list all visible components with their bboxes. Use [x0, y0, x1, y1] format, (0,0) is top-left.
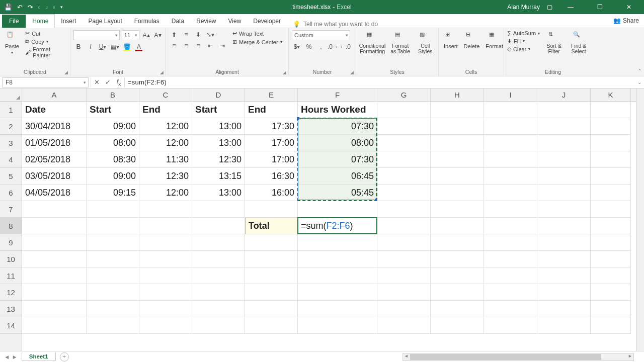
col-header-J[interactable]: J	[537, 88, 591, 101]
cell[interactable]	[87, 201, 139, 218]
cell[interactable]: Total	[245, 218, 298, 234]
cell[interactable]: Date	[22, 102, 87, 118]
cell[interactable]	[431, 234, 484, 251]
cell[interactable]	[537, 168, 591, 185]
delete-cells-button[interactable]: ⊟Delete	[462, 30, 482, 50]
sheet-nav-prev-icon[interactable]: ◄	[4, 354, 10, 360]
file-tab[interactable]: File	[2, 15, 26, 28]
cell[interactable]	[537, 301, 591, 317]
cell[interactable]: End	[139, 102, 192, 118]
cell[interactable]	[377, 185, 431, 201]
cell[interactable]	[192, 267, 245, 284]
cell[interactable]	[87, 284, 139, 301]
cell[interactable]: 13:15	[192, 168, 245, 185]
cell[interactable]	[192, 251, 245, 267]
cut-button[interactable]: ✂Cut	[25, 30, 67, 37]
cell[interactable]	[537, 234, 591, 251]
tell-me-search[interactable]: 💡 Tell me what you want to do	[293, 21, 378, 28]
cell[interactable]	[537, 218, 591, 234]
cell[interactable]: 07:30	[298, 151, 377, 168]
cell[interactable]	[139, 317, 192, 334]
cell[interactable]	[377, 118, 431, 135]
italic-button[interactable]: I	[86, 42, 96, 51]
cell[interactable]: 12:00	[139, 118, 192, 135]
align-left-button[interactable]: ≡	[169, 41, 179, 50]
decrease-decimal-button[interactable]: ←.0	[340, 42, 350, 51]
bold-button[interactable]: B	[73, 42, 84, 51]
cell[interactable]	[537, 185, 591, 201]
align-right-button[interactable]: ≡	[193, 41, 203, 50]
cancel-formula-button[interactable]: ✕	[91, 78, 102, 86]
increase-indent-button[interactable]: ⇥	[217, 41, 227, 50]
cell[interactable]	[484, 201, 537, 218]
merge-center-button[interactable]: ⊞Merge & Center▾	[232, 39, 282, 45]
cell[interactable]	[431, 102, 484, 118]
qat-icon[interactable]: ▫	[38, 4, 41, 11]
cell[interactable]: Hours Worked	[298, 102, 377, 118]
cell[interactable]	[431, 168, 484, 185]
row-header-4[interactable]: 4	[0, 151, 22, 168]
cell[interactable]	[22, 284, 87, 301]
share-button[interactable]: 👥 Share	[613, 17, 639, 24]
cell[interactable]	[87, 251, 139, 267]
cell[interactable]	[377, 284, 431, 301]
col-header-C[interactable]: C	[139, 88, 192, 101]
cell[interactable]: 11:30	[139, 151, 192, 168]
row-headers[interactable]: 1234567891011121314	[0, 102, 22, 351]
cell[interactable]	[537, 267, 591, 284]
cell[interactable]: 13:00	[192, 135, 245, 151]
cell[interactable]: 17:00	[245, 151, 298, 168]
cell[interactable]	[377, 267, 431, 284]
cell[interactable]	[139, 234, 192, 251]
row-header-9[interactable]: 9	[0, 234, 22, 251]
cell[interactable]	[245, 317, 298, 334]
cell[interactable]	[22, 267, 87, 284]
expand-formula-bar-button[interactable]: ⌄	[635, 79, 644, 85]
cell[interactable]	[484, 234, 537, 251]
qat-icon[interactable]: ▫	[53, 4, 55, 11]
cell[interactable]	[431, 218, 484, 234]
cell[interactable]	[377, 301, 431, 317]
col-header-F[interactable]: F	[298, 88, 377, 101]
col-header-E[interactable]: E	[245, 88, 298, 101]
align-center-button[interactable]: ≡	[181, 41, 191, 50]
row-header-11[interactable]: 11	[0, 267, 22, 284]
cell[interactable]	[591, 168, 631, 185]
percent-format-button[interactable]: %	[304, 42, 314, 51]
grow-font-button[interactable]: A▴	[141, 31, 151, 40]
cell[interactable]	[591, 284, 631, 301]
cell[interactable]	[377, 102, 431, 118]
cell[interactable]: 30/04/2018	[22, 118, 87, 135]
fill-color-button[interactable]: 🪣	[122, 42, 132, 51]
col-header-H[interactable]: H	[431, 88, 484, 101]
increase-decimal-button[interactable]: .0→	[328, 42, 338, 51]
tab-insert[interactable]: Insert	[55, 15, 82, 28]
row-header-1[interactable]: 1	[0, 102, 22, 118]
format-as-table-button[interactable]: ▤Format as Table	[388, 30, 412, 55]
cell[interactable]	[537, 251, 591, 267]
redo-icon[interactable]: ↷	[28, 4, 33, 11]
cell[interactable]	[591, 185, 631, 201]
cell[interactable]: 12:00	[139, 185, 192, 201]
cell[interactable]	[431, 201, 484, 218]
cell[interactable]	[245, 251, 298, 267]
restore-button[interactable]: ❐	[589, 0, 611, 14]
cell[interactable]	[192, 234, 245, 251]
fill-button[interactable]: ⬇Fill▾	[507, 38, 540, 44]
cell[interactable]	[87, 267, 139, 284]
cell[interactable]	[298, 317, 377, 334]
cell[interactable]	[484, 185, 537, 201]
align-top-button[interactable]: ⬆	[169, 30, 179, 39]
cell[interactable]: 12:30	[192, 151, 245, 168]
row-header-12[interactable]: 12	[0, 284, 22, 301]
find-select-button[interactable]: 🔍Find & Select	[568, 30, 589, 55]
cell[interactable]: 08:00	[298, 135, 377, 151]
cell[interactable]: 04/05/2018	[22, 185, 87, 201]
row-header-2[interactable]: 2	[0, 118, 22, 135]
cell[interactable]	[87, 234, 139, 251]
font-color-button[interactable]: A	[134, 42, 144, 51]
cell[interactable]	[139, 267, 192, 284]
cell[interactable]: 16:30	[245, 168, 298, 185]
cell[interactable]	[591, 151, 631, 168]
cell[interactable]	[484, 218, 537, 234]
